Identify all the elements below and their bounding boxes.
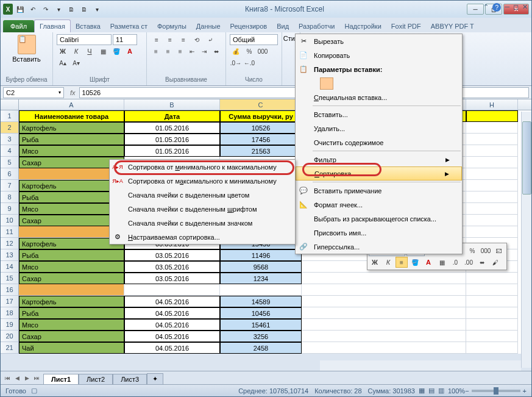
increase-font-icon[interactable]: A▴ — [57, 57, 69, 68]
workbook-restore-icon[interactable]: ◻ — [513, 3, 519, 12]
zoom-out-icon[interactable]: − — [465, 387, 469, 395]
cell-empty[interactable] — [466, 215, 518, 226]
ctx-insert[interactable]: Вставить... — [296, 107, 462, 121]
ctx-paste-special[interactable]: Специальная вставка... — [296, 90, 462, 104]
row-header[interactable]: 11 — [1, 226, 19, 238]
cell-name[interactable]: Картофель — [19, 122, 124, 134]
sheet-tab-1[interactable]: Лист1 — [43, 374, 79, 384]
sheet-tab-new[interactable]: ✦ — [147, 373, 163, 384]
status-rec-icon[interactable]: ▢ — [31, 387, 37, 395]
ctx-cut[interactable]: ✂Вырезать — [296, 34, 462, 48]
font-color-button[interactable]: A — [124, 46, 136, 57]
cell-empty[interactable] — [466, 307, 518, 319]
sort-custom[interactable]: ⚙Настраиваемая сортировка... — [110, 230, 295, 244]
indent-dec-icon[interactable]: ⇤ — [186, 46, 197, 57]
paste-button[interactable]: 📋 Вставить — [4, 34, 49, 64]
align-center-icon[interactable]: ≡ — [163, 46, 174, 57]
indent-inc-icon[interactable]: ⇥ — [199, 46, 210, 57]
align-right-icon[interactable]: ≡ — [175, 46, 186, 57]
cell-name[interactable]: Картофель — [19, 296, 124, 307]
col-c[interactable]: C — [220, 99, 302, 110]
row-header[interactable]: 13 — [1, 249, 19, 261]
cell-empty[interactable] — [466, 203, 518, 215]
mini-border-icon[interactable]: ▦ — [436, 257, 448, 268]
ctx-copy[interactable]: 📄Копировать — [296, 48, 462, 62]
cell-name[interactable]: Мясо — [19, 319, 124, 331]
cell-name[interactable]: Чай — [19, 342, 124, 354]
wrap-text-icon[interactable]: ⤶ — [204, 34, 216, 45]
cell-name[interactable]: Мясо — [19, 261, 124, 273]
orientation-icon[interactable]: ⟲ — [191, 34, 203, 45]
view-layout-icon[interactable]: ▤ — [428, 387, 434, 395]
row-header[interactable]: 14 — [1, 261, 19, 273]
cell-sum[interactable]: 9568 — [220, 261, 302, 273]
header-cell[interactable]: Дата — [124, 110, 220, 122]
header-cell[interactable]: Сумма выручки, ру — [220, 110, 302, 122]
italic-button[interactable]: К — [70, 46, 82, 57]
qat-dropdown-icon[interactable]: ▾ — [91, 4, 102, 15]
sheet-tab-3[interactable]: Лист3 — [113, 374, 147, 384]
ctx-sort[interactable]: Сортировка▶ — [296, 166, 462, 181]
cell-empty[interactable] — [302, 296, 466, 307]
sort-color[interactable]: Сначала ячейки с выделенным цветом — [110, 188, 295, 202]
tab-review[interactable]: Рецензиров — [225, 20, 272, 32]
cell-empty[interactable] — [466, 134, 518, 145]
cell-empty[interactable] — [302, 284, 466, 296]
sort-icon[interactable]: Сначала ячейки с выделенным значком — [110, 216, 295, 230]
ctx-comment[interactable]: 💬Вставить примечание — [296, 184, 462, 198]
cell-sum[interactable]: 1234 — [220, 273, 302, 284]
sheet-nav-first[interactable]: ⏮ — [3, 373, 12, 383]
cell-empty[interactable] — [302, 342, 466, 354]
qat-more-icon[interactable]: ▾ — [53, 4, 64, 15]
cell-empty[interactable] — [466, 226, 518, 238]
mini-percent-icon[interactable]: % — [466, 245, 478, 256]
border-button[interactable]: ▦ — [97, 46, 109, 57]
workbook-minimize-icon[interactable]: ─ — [505, 3, 509, 12]
ctx-filter[interactable]: Фильтр▶ — [296, 152, 462, 166]
cell-name[interactable]: Рыба — [19, 249, 124, 261]
view-break-icon[interactable]: ▥ — [438, 387, 444, 395]
redo-icon[interactable]: ↷ — [40, 4, 51, 15]
percent-icon[interactable]: % — [243, 46, 255, 57]
row-header[interactable]: 7 — [1, 180, 19, 191]
tab-foxit[interactable]: Foxit PDF — [386, 20, 426, 32]
cell-date[interactable]: 04.05.2016 — [124, 307, 220, 319]
dec-decimal-icon[interactable]: ←.0 — [243, 57, 255, 68]
cell-date[interactable]: 01.05.2016 — [124, 122, 220, 134]
row-header[interactable]: 6 — [1, 168, 19, 180]
row-header[interactable]: 21 — [1, 342, 19, 354]
mini-merge-icon[interactable]: ⬌ — [476, 257, 488, 268]
tab-insert[interactable]: Вставка — [71, 20, 105, 32]
cell-date[interactable]: 01.05.2016 — [124, 145, 220, 157]
cell-date[interactable]: 03.05.2016 — [124, 249, 220, 261]
row-header[interactable]: 12 — [1, 238, 19, 249]
cell-name[interactable]: Сахар — [19, 331, 124, 342]
row-header[interactable]: 5 — [1, 157, 19, 168]
cell-sum[interactable]: 10456 — [220, 307, 302, 319]
col-a[interactable]: A — [19, 99, 124, 110]
mini-fontcolor-icon[interactable]: A — [422, 257, 434, 268]
mini-bold-icon[interactable]: Ж — [369, 257, 381, 268]
row-header[interactable]: 3 — [1, 134, 19, 145]
tab-addins[interactable]: Надстройки — [339, 20, 386, 32]
tab-layout[interactable]: Разметка ст — [105, 20, 152, 32]
tab-abbyy[interactable]: ABBYY PDF T — [426, 20, 479, 32]
cell-empty[interactable] — [302, 319, 466, 331]
horizontal-scrollbar[interactable] — [320, 360, 521, 371]
cell-name[interactable]: Рыба — [19, 134, 124, 145]
row-header[interactable]: 8 — [1, 191, 19, 203]
row-header[interactable]: 10 — [1, 215, 19, 226]
sort-desc[interactable]: Я▸АСортировка от максимального к минимал… — [110, 174, 295, 188]
inc-decimal-icon[interactable]: .0→ — [230, 57, 242, 68]
mini-comma-icon[interactable]: 000 — [480, 245, 492, 256]
cell-name[interactable] — [19, 284, 124, 296]
row-header[interactable]: 17 — [1, 296, 19, 307]
cell-empty[interactable] — [466, 145, 518, 157]
row-header[interactable]: 20 — [1, 331, 19, 342]
cell-empty[interactable] — [466, 191, 518, 203]
ctx-clear[interactable]: Очистить содержимое — [296, 135, 462, 149]
align-left-icon[interactable]: ≡ — [151, 46, 161, 57]
row-header[interactable]: 18 — [1, 307, 19, 319]
cell-date[interactable]: 04.05.2016 — [124, 296, 220, 307]
cell-sum[interactable]: 14589 — [220, 296, 302, 307]
